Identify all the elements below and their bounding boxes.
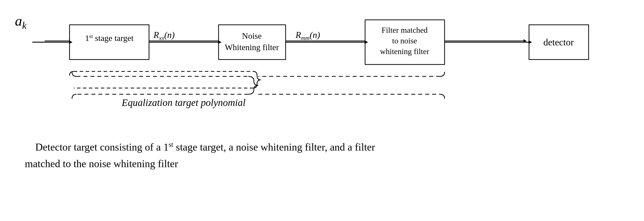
brace-caption: Equalization target polynomial — [122, 97, 246, 108]
signal-input-label: ak — [15, 12, 26, 31]
block1-label: 1st stage target — [71, 33, 148, 44]
arrow-label-rxx: Rxx(n) — [154, 30, 174, 41]
bottom-description: Detector target consisting of a 1st stag… — [25, 139, 375, 172]
block2-label: NoiseWhitening filter — [219, 30, 284, 53]
block3-label: Filter matchedto noisewhitening filter — [366, 25, 444, 57]
block4-label: detector — [530, 37, 588, 48]
arrow-label-rmm: Rmm(n) — [296, 30, 320, 41]
